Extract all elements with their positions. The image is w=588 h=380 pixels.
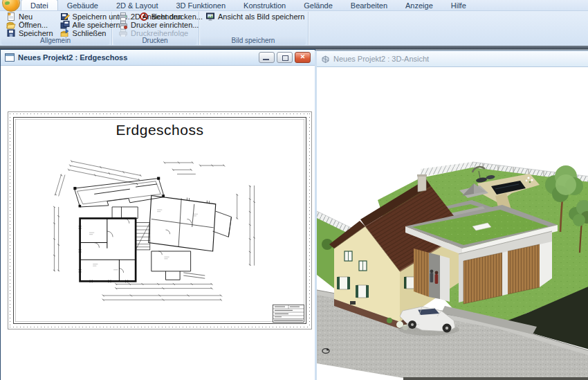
plan-window-titlebar[interactable]: Neues Projekt2 : Erdgeschoss ✕ [1,50,315,66]
view3d-window-titlebar[interactable]: Neues Projekt2 : 3D-Ansicht [317,51,588,67]
close-button[interactable]: ✕ [295,52,311,63]
close-icon: ✕ [295,53,310,62]
group-label-bild-speichern: Bild speichern [201,37,306,45]
floor-plan-drawing [44,151,266,309]
title-block [273,305,304,323]
walls [73,177,231,283]
plan-canvas[interactable]: Erdgeschoss [1,66,315,380]
sheet-tick-border-right [309,114,310,327]
view3d-canvas[interactable] [317,67,588,380]
group-label-allgemein: Allgemein [1,37,109,45]
tab-anzeige[interactable]: Anzeige [396,0,442,10]
save-image-icon [205,12,215,21]
tab-hilfe[interactable]: Hilfe [442,0,475,10]
plan-window-title: Neues Projekt2 : Erdgeschoss [18,53,127,62]
minimize-button[interactable] [259,52,275,63]
tab-gebaeude[interactable]: Gebäude [58,0,107,10]
restore-button[interactable] [277,52,293,63]
plan-window-icon [5,53,15,62]
tab-konstruktion[interactable]: Konstruktion [235,0,295,10]
view3d-window-title: Neues Projekt2 : 3D-Ansicht [333,55,429,63]
tab-3d-funktionen[interactable]: 3D Funktionen [167,0,235,10]
render-3d-scene [317,67,588,380]
ribbon-tab-bar: Datei Gebäude 2D & Layout 3D Funktionen … [0,0,588,11]
new-button-label: Neu [19,12,33,21]
ribbon-group-drucken: 2D Ansicht drucken... Drucker einrichten… [112,12,199,45]
sheet-tick-border-top [10,114,310,114]
printer-setup-button[interactable]: Drucker einrichten... [116,21,205,29]
open-button-label: Öffnen... [19,21,48,29]
save-view-as-image-button-label: Ansicht als Bild speichern [218,12,304,21]
print-2d-button[interactable]: 2D Ansicht drucken... [116,12,205,21]
printer-setup-button-label: Drucker einrichten... [131,21,199,29]
ribbon-group-bild-speichern: Ansicht als Bild speichern Bild speicher… [199,12,309,45]
tab-gelaende[interactable]: Gelände [295,0,342,10]
restore-icon [282,55,288,61]
save-view-as-image-button[interactable]: Ansicht als Bild speichern [203,12,306,21]
group-label-drucken: Drucken [113,37,196,45]
view3d-window-icon [321,55,330,63]
sheet-title: Erdgeschoss [8,122,311,138]
orb-leaf-icon [5,1,10,5]
drawing-sheet: Erdgeschoss [8,111,312,329]
ribbon: Datei Gebäude 2D & Layout 3D Funktionen … [0,0,588,47]
print-2d-button-label: 2D Ansicht drucken... [131,12,203,21]
plan-window: Neues Projekt2 : Erdgeschoss ✕ Erdgescho… [0,49,315,380]
minimize-icon [263,59,269,60]
sheet-tick-border-left [10,114,10,327]
ribbon-group-allgemein: Neu Öffnen... Speichern Speichern unter.… [0,12,112,45]
ribbon-body: Neu Öffnen... Speichern Speichern unter.… [0,12,588,45]
tab-2d-layout[interactable]: 2D & Layout [107,0,167,10]
tab-datei[interactable]: Datei [21,0,58,10]
sheet-tick-border-bottom [10,327,310,327]
view3d-window: Neues Projekt2 : 3D-Ansicht [315,51,588,380]
tab-bearbeiten[interactable]: Bearbeiten [342,0,396,10]
